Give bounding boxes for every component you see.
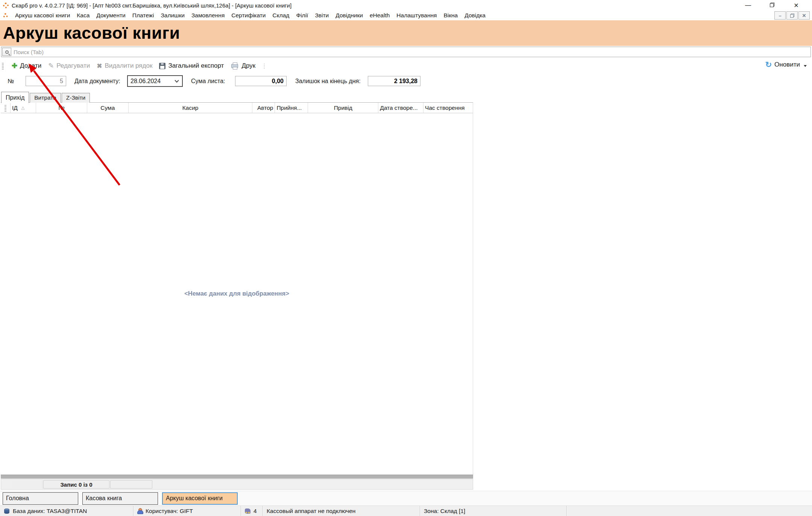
window-tab-holovna[interactable]: Головна <box>3 492 78 505</box>
zone-status-text: Зона: Склад [1] <box>424 508 465 514</box>
export-button[interactable]: Загальний експорт <box>156 61 227 71</box>
grid-drag-handle[interactable] <box>1 103 11 113</box>
balance-field[interactable] <box>368 76 420 86</box>
date-select[interactable]: 28.06.2024 <box>127 75 183 87</box>
tab-z-zvity[interactable]: Z-Звіти <box>62 93 90 103</box>
number-label: № <box>8 78 14 85</box>
empty-state-message: <Немає даних для відображення> <box>1 290 473 297</box>
notification-count-text: 4 <box>253 508 257 514</box>
menu-zamovlennia[interactable]: Замовлення <box>188 11 228 20</box>
record-count-bar: Запис 0 із 0 <box>1 479 473 490</box>
add-button[interactable]: ✚ Додати <box>8 61 45 71</box>
notification-count: 4 <box>241 506 263 516</box>
refresh-button-label: Оновити <box>774 61 800 68</box>
delete-icon: ✖ <box>97 63 102 69</box>
combo-chevron-icon <box>175 78 179 82</box>
date-label: Дата документу: <box>74 78 120 85</box>
column-settings-icon[interactable] <box>262 63 267 69</box>
print-button[interactable]: Друк <box>227 61 259 71</box>
column-header-chas-stvorennia[interactable]: Час створення <box>423 103 473 113</box>
document-form: № Дата документу: 28.06.2024 Сума листа:… <box>0 74 812 90</box>
edit-button[interactable]: ✎ Редагувати <box>45 61 93 71</box>
menu-ehealth[interactable]: eHealth <box>366 11 393 20</box>
record-bar-cell <box>110 480 152 489</box>
edit-button-label: Редагувати <box>56 62 90 70</box>
minimize-button[interactable]: — <box>736 2 760 9</box>
column-header-suma[interactable]: Сума <box>87 103 129 113</box>
sheet-sum-label: Сума листа: <box>191 78 225 85</box>
menu-dovidnyky[interactable]: Довідники <box>332 11 366 20</box>
menu-zalyshky[interactable]: Залишки <box>157 11 188 20</box>
tab-vytrata[interactable]: Витрата <box>30 93 61 103</box>
menu-zvity[interactable]: Звіти <box>311 11 332 20</box>
menu-kasa[interactable]: Каса <box>73 11 93 20</box>
search-icon[interactable] <box>2 48 11 56</box>
tab-strip: Прихід Витрата Z-Звіти <box>1 91 91 103</box>
close-button[interactable]: ✕ <box>784 2 808 9</box>
cash-register-status-text: Кассовый аппарат не подключен <box>267 508 355 514</box>
search-bar <box>1 47 811 57</box>
window-tab-arkush-kasovoi-knygy[interactable]: Аркуш касової книги <box>162 492 238 505</box>
data-grid: ІД △ № Сума Касир Автор Прийня... Привід… <box>1 102 473 475</box>
column-header-id[interactable]: ІД △ <box>11 103 36 113</box>
column-header-data-stvorennia[interactable]: Дата створе... <box>378 103 423 113</box>
delete-row-button-label: Видалити рядок <box>105 62 152 70</box>
menu-nalashtuvannia[interactable]: Налаштування <box>393 11 440 20</box>
menu-bar: Аркуш касової книги Каса Документи Плате… <box>0 11 812 20</box>
application-window: Скарб pro v. 4.0.2.77 [ІД: 969] - [Апт №… <box>0 0 812 516</box>
user-status: Користувач: GIFT <box>134 506 241 516</box>
menu-dokumenty[interactable]: Документи <box>93 11 129 20</box>
menu-vikna[interactable]: Вікна <box>440 11 461 20</box>
menu-filii[interactable]: Філії <box>293 11 311 20</box>
column-header-avtor[interactable]: Автор <box>252 103 275 113</box>
mdi-minimize-button[interactable]: – <box>774 11 786 20</box>
menu-arkush-kasovoi-knygy[interactable]: Аркуш касової книги <box>12 11 73 20</box>
print-button-label: Друк <box>241 62 255 70</box>
status-bar: База даних: TASA3@TITAN Користувач: GIFT… <box>0 505 812 516</box>
menu-platezhi[interactable]: Платежі <box>129 11 158 20</box>
window-controls: — ✕ <box>736 0 808 11</box>
printer-icon <box>231 64 238 68</box>
window-title: Скарб pro v. 4.0.2.77 [ІД: 969] - [Апт №… <box>12 2 291 9</box>
menu-dovidka[interactable]: Довідка <box>461 11 489 20</box>
restore-button[interactable] <box>760 2 784 9</box>
notifications-icon <box>245 508 250 514</box>
window-tab-kasova-knyha[interactable]: Касова книга <box>82 492 158 505</box>
column-header-kasyr[interactable]: Касир <box>129 103 253 113</box>
zone-status: Зона: Склад [1] <box>420 506 567 516</box>
tab-prykhid[interactable]: Прихід <box>1 92 29 103</box>
refresh-button[interactable]: ↻ Оновити <box>765 61 807 68</box>
search-input[interactable] <box>11 48 810 56</box>
refresh-icon: ↻ <box>765 61 772 68</box>
page-title: Аркуш касової книги <box>3 23 180 43</box>
magnifier-glyph <box>5 50 9 54</box>
page-banner: Аркуш касової книги <box>0 20 812 46</box>
delete-row-button[interactable]: ✖ Видалити рядок <box>93 61 156 71</box>
record-count: Запис 0 із 0 <box>43 480 109 489</box>
sheet-sum-field[interactable] <box>235 76 287 86</box>
cash-register-status: Кассовый аппарат не подключен <box>263 506 420 516</box>
column-header-pryvid[interactable]: Привід <box>308 103 378 113</box>
save-disk-icon <box>159 63 165 69</box>
export-button-label: Загальний експорт <box>168 62 224 70</box>
sort-icon[interactable]: △ <box>21 105 24 110</box>
horizontal-scrollbar[interactable] <box>1 475 473 479</box>
toolbar-drag-handle[interactable] <box>2 62 4 70</box>
app-logo-icon <box>3 3 9 8</box>
number-field[interactable] <box>26 76 66 86</box>
plus-icon: ✚ <box>12 62 17 69</box>
mdi-close-button[interactable]: ✕ <box>798 11 810 20</box>
chevron-down-icon[interactable] <box>804 65 807 67</box>
mdi-restore-button[interactable] <box>786 11 798 20</box>
column-header-number[interactable]: № <box>36 103 87 113</box>
mdi-restore-icon <box>790 14 794 18</box>
database-icon <box>4 508 10 514</box>
toolbar: ✚ Додати ✎ Редагувати ✖ Видалити рядок З… <box>0 59 812 73</box>
restore-icon <box>770 3 774 7</box>
menu-sertyfikaty[interactable]: Сертифікати <box>228 11 269 20</box>
column-header-pryinia[interactable]: Прийня... <box>275 103 308 113</box>
database-status-text: База даних: TASA3@TITAN <box>13 508 87 514</box>
title-bar: Скарб pro v. 4.0.2.77 [ІД: 969] - [Апт №… <box>0 0 812 11</box>
menu-sklad[interactable]: Склад <box>269 11 293 20</box>
grid-header-row: ІД △ № Сума Касир Автор Прийня... Привід… <box>1 103 473 113</box>
